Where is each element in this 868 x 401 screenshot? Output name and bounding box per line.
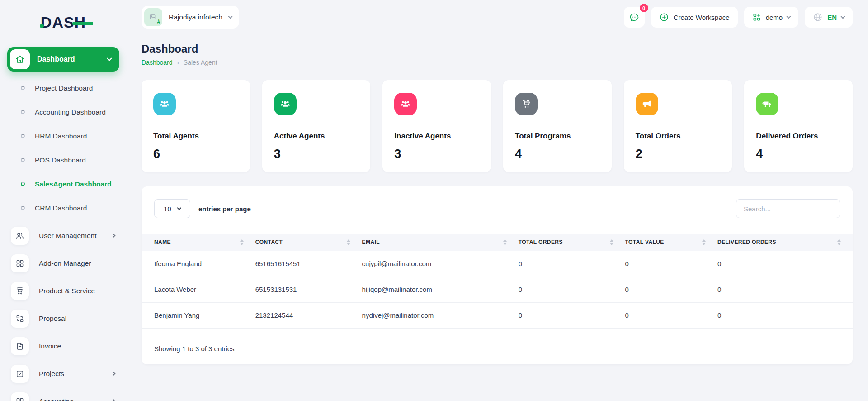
messages-button[interactable]: 0 [624,7,645,28]
cell-email: hijiqop@mailinator.com [362,277,519,302]
stat-card-delivered-orders: Delivered Orders 4 [744,80,853,172]
sidebar-item-label: Project Dashboard [35,84,93,92]
stat-label: Total Programs [515,132,600,141]
sort-icon [837,239,841,245]
cell-contact: 2132124544 [255,302,362,328]
cell-email: nydivej@mailinator.com [362,302,519,328]
cart-plus-icon [515,93,538,115]
sidebar-item-hrm-dashboard[interactable]: HRM Dashboard [0,124,127,148]
sidebar-item-proposal[interactable]: Proposal [0,305,127,332]
megaphone-icon [636,93,658,115]
grid-squares-icon [11,254,29,272]
stat-card-active-agents: Active Agents 3 [262,80,371,172]
cell-name: Lacota Weber [142,277,255,302]
sidebar-item-label: SalesAgent Dashboard [35,180,112,188]
sidebar-item-pos-dashboard[interactable]: POS Dashboard [0,148,127,172]
entries-per-page-select[interactable]: 10 [154,199,190,218]
logo-dot-shape [40,24,44,28]
workspace-avatar: # [144,8,162,26]
entries-per-page-value: 10 [164,205,171,213]
sidebar-item-label: Proposal [39,315,115,323]
stat-label: Total Agents [153,132,238,141]
plus-circle-icon [659,12,669,22]
hash-glyph: # [157,18,160,25]
sidebar-item-addon-manager[interactable]: Add-on Manager [0,249,127,277]
column-header-name[interactable]: NAME [142,234,255,251]
chevron-down-icon [841,14,845,19]
cell-total-orders: 0 [519,277,625,302]
sidebar-item-label: HRM Dashboard [35,132,87,140]
column-header-total-value[interactable]: TOTAL VALUE [625,234,717,251]
sidebar-item-dashboard[interactable]: Dashboard [7,47,119,72]
sidebar-item-label: Accounting [39,397,102,401]
user-menu-button[interactable]: demo [744,7,799,28]
sidebar-item-projects[interactable]: Projects [0,360,127,387]
table-row: Ifeoma England 651651615451 cujypil@mail… [142,251,853,277]
sidebar-item-accounting[interactable]: Accounting [0,387,127,401]
stat-label: Delivered Orders [756,132,841,141]
column-header-contact[interactable]: CONTACT [255,234,362,251]
notification-badge: 0 [640,4,648,12]
grid-plus-icon [11,392,29,401]
sort-icon [610,239,613,245]
column-label: DELIVERED ORDERS [717,239,776,245]
cell-total-orders: 0 [519,302,625,328]
table-header-row: NAME CONTACT EMAIL TOTAL ORDERS TOTAL VA… [142,234,853,251]
sidebar-item-user-management[interactable]: User Management [0,222,127,249]
bullet-icon [21,134,25,138]
workspace-name: Rajodiya infotech [169,13,222,21]
stat-label: Active Agents [274,132,359,141]
stat-value: 3 [394,147,479,161]
stat-label: Total Orders [636,132,721,141]
stat-value: 6 [153,147,238,161]
sidebar-item-label: Accounting Dashboard [35,108,106,116]
entries-per-page-label: entries per page [198,205,251,213]
sidebar-item-label: Dashboard [37,55,100,63]
sidebar-item-crm-dashboard[interactable]: CRM Dashboard [0,196,127,220]
sidebar-item-project-dashboard[interactable]: Project Dashboard [0,76,127,100]
agents-group-icon [274,93,297,115]
sales-agents-table: NAME CONTACT EMAIL TOTAL ORDERS TOTAL VA… [142,234,853,329]
cell-total-value: 0 [625,277,717,302]
sidebar-item-label: Product & Service [39,287,115,295]
bullet-icon [21,158,25,162]
stat-value: 3 [274,147,359,161]
agents-group-icon [394,93,417,115]
delivery-truck-icon [756,93,778,115]
cell-delivered-orders: 0 [717,302,853,328]
agents-group-icon [153,93,176,115]
column-label: NAME [154,239,171,245]
user-menu-label: demo [766,14,783,21]
chevron-right-icon [111,372,116,376]
cell-total-value: 0 [625,251,717,277]
brand-logo[interactable]: DASH [41,14,86,31]
home-icon [10,49,30,69]
sidebar-item-invoice[interactable]: Invoice [0,332,127,360]
stat-card-inactive-agents: Inactive Agents 3 [382,80,491,172]
bullet-icon [21,86,25,90]
column-header-email[interactable]: EMAIL [362,234,519,251]
sidebar-item-accounting-dashboard[interactable]: Accounting Dashboard [0,100,127,124]
cell-name: Ifeoma England [142,251,255,277]
breadcrumb-dashboard-link[interactable]: Dashboard [142,59,173,66]
table-row: Benjamin Yang 2132124544 nydivej@mailina… [142,302,853,328]
column-label: EMAIL [362,239,380,245]
chevron-down-icon [107,56,112,61]
users-icon [11,227,29,245]
sidebar-item-label: Projects [39,370,102,378]
language-selector[interactable]: EN [805,7,853,28]
sidebar-item-label: POS Dashboard [35,156,86,164]
sort-icon [503,239,507,245]
search-input[interactable] [736,199,840,218]
chevron-down-icon [228,14,232,19]
sidebar-item-product-service[interactable]: Product & Service [0,277,127,305]
create-workspace-button[interactable]: Create Workspace [651,7,738,28]
grid-plus-icon [752,13,761,22]
column-header-delivered-orders[interactable]: DELIVERED ORDERS [717,234,853,251]
column-header-total-orders[interactable]: TOTAL ORDERS [519,234,625,251]
agents-table-card: 10 entries per page NAME CONTACT EMAIL T… [142,186,853,364]
sidebar-item-salesagent-dashboard[interactable]: SalesAgent Dashboard [0,172,127,196]
workspace-selector[interactable]: # Rajodiya infotech [142,6,239,29]
stats-row: Total Agents 6 Active Agents 3 Inactive … [142,80,853,172]
sort-icon [240,239,244,245]
